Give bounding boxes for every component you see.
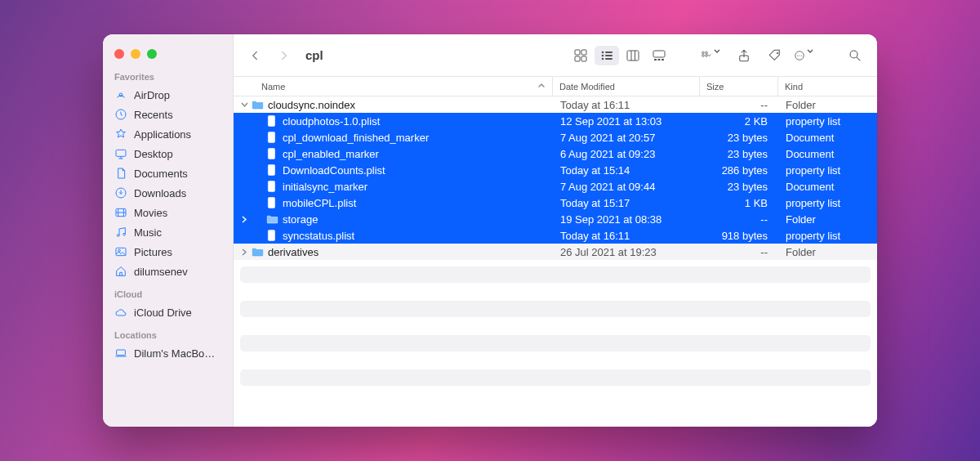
- disclosure-triangle-icon[interactable]: [238, 216, 250, 223]
- svg-rect-20: [627, 51, 639, 60]
- cloud-icon: [114, 306, 127, 319]
- svg-rect-27: [702, 51, 704, 53]
- file-size: 1 KB: [699, 197, 777, 209]
- file-row[interactable]: cloudphotos-1.0.plist12 Sep 2021 at 13:0…: [234, 113, 877, 129]
- file-row[interactable]: syncstatus.plistToday at 16:11918 bytesp…: [234, 227, 877, 244]
- list-view-button[interactable]: [595, 46, 619, 65]
- file-icon: [265, 197, 279, 208]
- file-row[interactable]: DownloadCounts.plistToday at 15:14286 by…: [234, 162, 877, 178]
- svg-point-14: [602, 51, 604, 53]
- file-name: initialsync_marker: [279, 181, 552, 193]
- sidebar-item-label: Pictures: [134, 246, 172, 258]
- file-row[interactable]: cpl_enabled_marker6 Aug 2021 at 09:2323 …: [234, 145, 877, 162]
- search-button[interactable]: [843, 44, 867, 67]
- file-date: 12 Sep 2021 at 13:03: [552, 115, 699, 128]
- file-row[interactable]: storage19 Sep 2021 at 08:38--Folder: [234, 211, 877, 227]
- sidebar-item-documents[interactable]: Documents: [103, 163, 233, 183]
- column-view-button[interactable]: [621, 46, 645, 65]
- svg-rect-9: [117, 350, 126, 356]
- tags-button[interactable]: [763, 44, 787, 67]
- column-header-size[interactable]: Size: [699, 77, 777, 96]
- home-icon: [114, 265, 127, 278]
- sidebar-item-recents[interactable]: Recents: [103, 105, 233, 124]
- desktop-icon: [114, 147, 127, 160]
- sidebar-item-airdrop[interactable]: AirDrop: [103, 85, 233, 105]
- sidebar-item-music[interactable]: Music: [103, 222, 233, 242]
- column-header-kind[interactable]: Kind: [777, 77, 877, 96]
- sidebar: FavoritesAirDropRecentsApplicationsDeskt…: [103, 34, 234, 427]
- sidebar-item-desktop[interactable]: Desktop: [103, 144, 233, 163]
- close-window-button[interactable]: [114, 49, 124, 59]
- svg-rect-10: [575, 50, 580, 55]
- column-header-date[interactable]: Date Modified: [552, 77, 699, 96]
- forward-button[interactable]: [273, 44, 296, 67]
- svg-rect-26: [662, 59, 664, 60]
- file-kind: Document: [777, 181, 877, 193]
- file-name: mobileCPL.plist: [279, 197, 552, 209]
- disclosure-triangle-icon[interactable]: [238, 101, 250, 109]
- icon-view-button[interactable]: [568, 46, 593, 65]
- sidebar-item-icloud-drive[interactable]: iCloud Drive: [103, 302, 233, 322]
- applications-icon: [114, 128, 127, 141]
- folder-icon: [265, 214, 279, 224]
- file-date: 6 Aug 2021 at 09:23: [552, 148, 699, 160]
- file-name: storage: [279, 213, 552, 226]
- file-kind: property list: [777, 230, 877, 242]
- file-icon: [265, 115, 279, 127]
- sidebar-item-pictures[interactable]: Pictures: [103, 242, 233, 262]
- file-row[interactable]: cpl_download_finished_marker7 Aug 2021 a…: [234, 129, 877, 145]
- file-size: 2 KB: [699, 115, 777, 128]
- finder-window: FavoritesAirDropRecentsApplicationsDeskt…: [103, 34, 877, 427]
- svg-rect-15: [605, 51, 612, 53]
- action-menu-button[interactable]: [794, 44, 818, 67]
- svg-rect-30: [706, 54, 707, 56]
- sidebar-item-dilum-s-macbo-[interactable]: Dilum's MacBo…: [103, 343, 233, 363]
- file-kind: property list: [777, 197, 877, 209]
- file-row[interactable]: initialsync_marker7 Aug 2021 at 09:4423 …: [234, 178, 877, 195]
- sidebar-item-applications[interactable]: Applications: [103, 124, 233, 144]
- sidebar-group-title: Favorites: [103, 64, 233, 85]
- sidebar-item-movies[interactable]: Movies: [103, 203, 233, 222]
- file-date: 7 Aug 2021 at 20:57: [552, 132, 699, 144]
- file-name: cpl_enabled_marker: [279, 148, 552, 160]
- file-size: 23 bytes: [699, 132, 777, 144]
- file-name: cloudsync.noindex: [265, 99, 552, 111]
- share-button[interactable]: [732, 44, 756, 67]
- file-size: --: [699, 99, 777, 111]
- fullscreen-window-button[interactable]: [147, 49, 157, 59]
- disclosure-triangle-icon[interactable]: [238, 248, 250, 256]
- sidebar-item-label: iCloud Drive: [134, 307, 192, 319]
- sidebar-item-dilumsenev[interactable]: dilumsenev: [103, 262, 233, 281]
- pictures-icon: [114, 245, 127, 258]
- file-row[interactable]: mobileCPL.plistToday at 15:171 KBpropert…: [234, 195, 877, 211]
- sidebar-item-label: Applications: [134, 128, 191, 141]
- sidebar-group-title: iCloud: [103, 281, 233, 302]
- file-name: DownloadCounts.plist: [279, 164, 552, 177]
- sidebar-item-downloads[interactable]: Downloads: [103, 183, 233, 203]
- minimize-window-button[interactable]: [131, 49, 140, 59]
- file-date: Today at 15:17: [552, 197, 699, 209]
- downloads-icon: [114, 186, 127, 199]
- file-date: 19 Sep 2021 at 08:38: [552, 213, 699, 226]
- svg-point-34: [797, 55, 798, 56]
- file-kind: Document: [777, 132, 877, 144]
- sidebar-item-label: Downloads: [134, 187, 186, 199]
- placeholder-row: [240, 301, 871, 317]
- window-title: cpl: [305, 48, 323, 62]
- group-by-button[interactable]: [701, 44, 725, 67]
- svg-rect-38: [268, 116, 274, 127]
- file-size: 918 bytes: [699, 230, 777, 242]
- sidebar-item-label: Music: [134, 226, 162, 239]
- sidebar-item-label: AirDrop: [134, 89, 170, 101]
- file-row[interactable]: cloudsync.noindexToday at 16:11--Folder: [234, 96, 877, 113]
- back-button[interactable]: [243, 44, 266, 67]
- file-row[interactable]: derivatives26 Jul 2021 at 19:23--Folder: [234, 244, 877, 260]
- document-icon: [114, 167, 127, 180]
- file-date: 26 Jul 2021 at 19:23: [552, 246, 699, 258]
- gallery-view-button[interactable]: [647, 46, 671, 65]
- file-icon: [265, 164, 279, 176]
- svg-rect-13: [581, 56, 586, 61]
- movies-icon: [114, 206, 127, 219]
- column-header-name[interactable]: Name: [258, 82, 552, 92]
- folder-icon: [250, 247, 265, 257]
